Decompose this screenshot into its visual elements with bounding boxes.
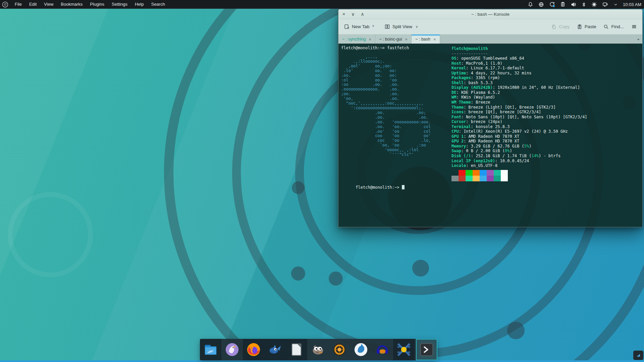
dock-item-media-disc[interactable]: [329, 339, 350, 360]
menu-plugins[interactable]: Plugins: [86, 0, 108, 9]
titlebar[interactable]: ×∨∧ ~ : bash — Konsole: [338, 9, 642, 19]
close-button[interactable]: ×: [342, 11, 345, 17]
palette-row-2: [451, 176, 508, 181]
color-swatch: [459, 170, 466, 176]
info-line: Local IP (enp12s0): 10.0.0.45/24: [451, 159, 587, 164]
dock-item-firefox[interactable]: [243, 339, 264, 360]
dock: [200, 339, 437, 360]
updates-icon[interactable]: [549, 1, 555, 7]
color-swatch: [501, 170, 508, 176]
tray-expand-icon[interactable]: [613, 2, 618, 7]
menu-view[interactable]: View: [40, 0, 57, 9]
desktop-corner-widget[interactable]: [633, 351, 643, 360]
dock-item-amarok[interactable]: [350, 339, 372, 360]
firefox-icon: [246, 342, 261, 357]
find-button[interactable]: Find...: [603, 24, 624, 29]
info-line: CPU: Intel(R) Xeon(R) E5-2697 v2 (24) @ …: [451, 129, 587, 134]
hamburger-icon: [631, 24, 637, 29]
window-title: ~ : bash — Konsole: [471, 12, 509, 17]
brightness-icon[interactable]: [591, 2, 597, 7]
info-line: GPU 1: AMD Radeon HD 7870 XT: [451, 134, 587, 139]
menu-bookmarks[interactable]: Bookmarks: [57, 0, 86, 9]
dock-item-file-manager[interactable]: [200, 339, 221, 360]
gimp-icon: [310, 342, 326, 357]
info-line: WM: KWin (Wayland): [451, 95, 587, 100]
tab-close-icon[interactable]: ×: [405, 37, 408, 42]
tab-syncthing[interactable]: ~ : syncthing×: [338, 35, 375, 44]
notifications-icon[interactable]: [528, 2, 533, 7]
copy-button[interactable]: Copy: [551, 24, 570, 29]
audacity-icon: [375, 342, 390, 357]
info-line: Icons: breeze [Qt], breeze [GTK2/3/4]: [451, 110, 587, 115]
boinc-icon: [396, 342, 412, 357]
bluefish-icon: [267, 342, 283, 357]
media-disc-icon: [332, 342, 347, 357]
maximize-button[interactable]: ∧: [361, 11, 364, 17]
dock-item-audacity[interactable]: [372, 339, 393, 360]
info-line: Uptime: 4 days, 22 hours, 32 mins: [451, 71, 587, 76]
tab-boinc-gui[interactable]: ~ : boinc-gui×: [375, 35, 412, 44]
minimize-button[interactable]: ∨: [351, 11, 355, 17]
global-menubar: FileEditViewBookmarksPluginsSettingsHelp…: [0, 0, 644, 9]
info-line: Terminal: konsole 25.8.3: [451, 124, 587, 129]
tabbar-new-tab-button[interactable]: +: [634, 35, 642, 44]
info-line: Locale: en_US.UTF-8: [451, 163, 587, 168]
clock[interactable]: 10:03 AM: [623, 2, 641, 7]
info-line: ---------------: [451, 51, 587, 56]
tray: [528, 1, 622, 7]
tab-title: ~ : boinc-gui: [379, 37, 402, 42]
konsole-window: ×∨∧ ~ : bash — Konsole New Tab ∨ Split V…: [338, 9, 643, 227]
display-icon[interactable]: [602, 1, 608, 7]
info-line: DE: KDE Plasma 6.5.2: [451, 90, 587, 95]
menu-search[interactable]: Search: [148, 0, 169, 9]
network-icon[interactable]: [538, 2, 544, 7]
color-swatch: [494, 170, 501, 176]
color-swatch: [473, 170, 480, 176]
konsole-app-icon[interactable]: [2, 1, 8, 8]
info-line: Host: MacPro6,1 (1.0): [451, 61, 587, 66]
prompt-line-2: fletch@monolith:~>: [341, 180, 405, 195]
dock-item-libreoffice[interactable]: [286, 339, 307, 360]
menu-settings[interactable]: Settings: [108, 0, 131, 9]
volume-icon[interactable]: [571, 2, 576, 7]
libreoffice-icon: [289, 342, 304, 357]
new-tab-button[interactable]: New Tab ∨: [344, 24, 374, 29]
bluetooth-icon[interactable]: [581, 2, 586, 7]
menu-file[interactable]: File: [11, 0, 25, 9]
info-line: Cursor: breeze (24px): [451, 119, 587, 124]
info-line: GPU 2: AMD Radeon HD 7870 XT: [451, 139, 587, 144]
color-swatch: [466, 176, 473, 181]
file-manager-icon: [203, 342, 218, 357]
color-swatch: [451, 176, 459, 181]
menu-items: FileEditViewBookmarksPluginsSettingsHelp…: [11, 0, 169, 9]
info-line: Kernel: Linux 6.17.7-1-default: [451, 66, 587, 71]
dock-item-boinc[interactable]: [393, 339, 415, 360]
menu-edit[interactable]: Edit: [25, 0, 40, 9]
terminal-viewport[interactable]: fletch@monolith:~> fastfetch ,..., .,:ll…: [338, 44, 642, 227]
konsole-icon: [419, 342, 434, 357]
tab-close-icon[interactable]: ×: [433, 37, 436, 42]
tab-title: ~ : syncthing: [342, 37, 366, 42]
info-line: Swap: 0 B / 2.00 GiB (0%): [451, 148, 587, 154]
split-view-button[interactable]: Split View ∨: [384, 24, 418, 29]
tab-close-icon[interactable]: ×: [369, 37, 372, 42]
dock-item-gimp[interactable]: [307, 339, 329, 360]
hamburger-menu-button[interactable]: [631, 24, 637, 29]
dock-item-konsole[interactable]: [416, 339, 437, 360]
corner-widget-icon: [636, 353, 641, 358]
info-line: Font: Noto Sans (10pt) [Qt], Noto Sans (…: [451, 115, 587, 120]
clipboard-icon[interactable]: [560, 2, 566, 7]
tabs: ~ : syncthing×~ : boinc-gui×~ : bash×: [338, 35, 440, 44]
copy-icon: [551, 24, 556, 29]
prompt-line: fletch@monolith:~> fastfetch: [341, 46, 409, 51]
paste-button[interactable]: Paste: [577, 24, 596, 29]
fastfetch-info: fletch@monolith---------------OS: openSU…: [451, 46, 587, 168]
dock-item-bird-browser[interactable]: [221, 339, 243, 360]
window-controls: ×∨∧: [342, 9, 364, 19]
menu-help[interactable]: Help: [131, 0, 148, 9]
info-line: WM Theme: Breeze: [451, 100, 587, 105]
tab-bash[interactable]: ~ : bash×: [412, 35, 440, 44]
info-line: Shell: bash 5.3.3: [451, 80, 587, 85]
dock-item-bluefish[interactable]: [264, 339, 286, 360]
info-line: fletch@monolith: [451, 46, 587, 51]
